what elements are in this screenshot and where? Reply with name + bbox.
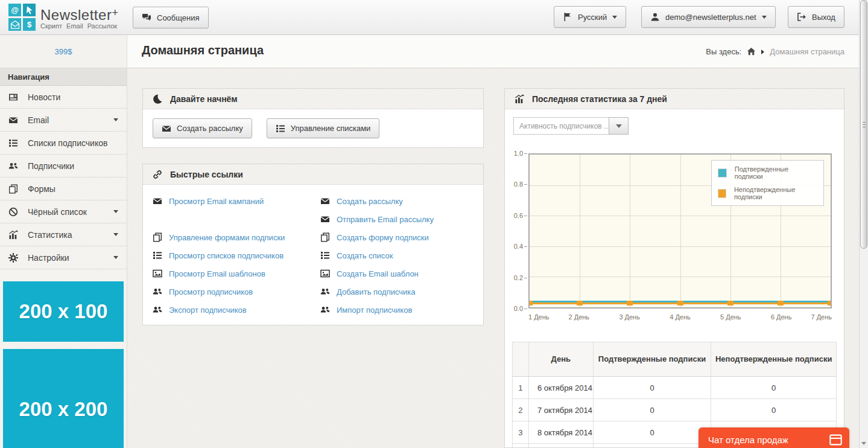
table-header-row: День Подтвержденные подписки Неподтвержд…	[513, 342, 837, 377]
scrollbar-thumb[interactable]	[860, 0, 867, 249]
line-chart-plot: Подтвержденные подписки Неподтвержденные…	[528, 153, 832, 309]
dollar-icon: $	[23, 18, 36, 31]
page-title: Домашняя страница	[142, 43, 264, 57]
link-add-subscriber[interactable]: Добавить подписчика	[320, 283, 477, 301]
link-view-subscribers[interactable]: Просмотр подписчиков	[153, 283, 317, 301]
link-view-email-templates[interactable]: Просмотр Email шаблонов	[153, 264, 317, 283]
ban-icon	[8, 207, 18, 217]
stats-header: Последняя статистика за 7 дней	[505, 89, 844, 109]
sidebar: Навигация Новости Email Списки подписчик…	[0, 68, 127, 448]
cell-unconfirmed: 0	[711, 377, 837, 399]
link-import-subscribers[interactable]: Импорт подписчиков	[320, 301, 477, 319]
copy-icon	[8, 184, 18, 194]
cell-date: 7 октября 2014	[528, 399, 593, 421]
account-dropdown[interactable]: demo@newsletterplus.net	[641, 6, 776, 28]
ad-banner-200x200[interactable]: 200 x 200	[3, 349, 124, 448]
title-band: 399$ Домашняя страница Вы здесь: Домашня…	[0, 35, 859, 68]
cell-confirmed: 0	[593, 421, 711, 444]
cursor-icon	[23, 4, 36, 16]
sidebar-item-news[interactable]: Новости	[0, 86, 127, 109]
col-header-index	[513, 342, 529, 377]
chart-legend: Подтвержденные подписки Неподтвержденные…	[711, 160, 824, 206]
cell-index	[513, 444, 529, 448]
top-header: @ $ Newsletter+ Скрипт Email Рассылок Со…	[0, 0, 859, 35]
link-label: Создать форму подписки	[337, 233, 429, 242]
sidebar-item-label: Формы	[28, 184, 55, 194]
stats-title: Последняя статистика за 7 дней	[532, 94, 667, 104]
logout-label: Выход	[812, 13, 835, 22]
data-point-marker	[627, 301, 633, 306]
envelope-icon	[320, 196, 330, 206]
table-row: 1 6 октября 2014 0 0	[513, 377, 837, 399]
account-email: demo@newsletterplus.net	[665, 13, 756, 22]
data-point-marker	[577, 301, 583, 306]
sidebar-item-email[interactable]: Email	[0, 109, 127, 132]
quick-links-title: Быстрые ссылки	[170, 170, 243, 179]
user-icon	[650, 12, 660, 22]
table-row: 2 7 октября 2014 0 0	[513, 399, 837, 421]
nav-header: Навигация	[0, 68, 127, 86]
sidebar-item-label: Статистика	[28, 230, 72, 240]
link-label: Создать рассылку	[337, 197, 403, 206]
app-window: @ $ Newsletter+ Скрипт Email Рассылок Со…	[0, 0, 868, 448]
flag-icon	[563, 12, 572, 22]
link-label: Импорт подписчиков	[337, 306, 412, 315]
link-create-email-template[interactable]: Создать Email шаблон	[320, 264, 477, 283]
envelope-open-icon	[8, 18, 21, 31]
envelope-icon	[8, 115, 18, 125]
sidebar-item-settings[interactable]: Настройки	[0, 246, 127, 269]
breadcrumb-current: Домашняя страница	[770, 47, 844, 56]
sidebar-item-subscribers[interactable]: Подписчики	[0, 155, 127, 178]
data-point-marker	[727, 301, 733, 306]
x-tick: 3 День	[619, 313, 640, 321]
sidebar-item-forms[interactable]: Формы	[0, 178, 127, 200]
stats-filter-dropdown[interactable]: Активность подписчиков ...	[513, 117, 629, 135]
app-logo: @ $ Newsletter+ Скрипт Email Рассылок	[8, 4, 118, 31]
balance[interactable]: 399$	[0, 35, 127, 68]
language-dropdown[interactable]: Русский	[554, 6, 626, 28]
bar-chart-icon	[515, 94, 524, 104]
col-header-unconfirmed: Неподтвержденные подписки	[711, 342, 837, 377]
link-create-campaign[interactable]: Создать рассылку	[320, 192, 477, 210]
y-tick: 0.0	[514, 305, 528, 312]
template-icon	[153, 269, 162, 278]
home-icon[interactable]	[747, 47, 756, 56]
sales-chat-widget[interactable]: Чат отдела продаж	[699, 427, 849, 448]
list-icon	[320, 251, 330, 260]
messages-button[interactable]: Сообщения	[133, 7, 209, 28]
ad-banner-200x100[interactable]: 200 x 100	[3, 281, 124, 342]
caret-down-icon	[113, 210, 118, 213]
vertical-scrollbar[interactable]	[859, 0, 868, 448]
cell-date: 8 октября 2014	[528, 421, 593, 444]
sidebar-item-subscriber-lists[interactable]: Списки подписчиков	[0, 132, 127, 155]
sidebar-item-label: Новости	[28, 92, 60, 102]
quick-links-panel: Быстрые ссылки Просмотр Email кампаний У…	[142, 164, 484, 325]
cell-confirmed	[593, 444, 711, 448]
link-manage-subscription-forms[interactable]: Управление формами подписки	[153, 228, 317, 246]
data-point-marker	[677, 301, 683, 306]
quick-links-header: Быстрые ссылки	[143, 164, 483, 185]
logout-button[interactable]: Выход	[788, 6, 844, 28]
y-tick: 1.0	[514, 150, 528, 157]
cell-index: 3	[513, 421, 529, 444]
link-create-subscription-form[interactable]: Создать форму подписки	[320, 228, 477, 246]
link-export-subscribers[interactable]: Экспорт подписчиков	[153, 301, 317, 319]
create-campaign-button[interactable]: Создать рассылку	[153, 118, 252, 138]
stats-filter-caret-button[interactable]	[609, 117, 629, 135]
create-campaign-label: Создать рассылку	[177, 124, 243, 133]
manage-lists-button[interactable]: Управление списками	[267, 118, 380, 138]
logo-tiles: @ $	[8, 4, 36, 31]
link-create-list[interactable]: Создать список	[320, 246, 477, 264]
list-icon	[8, 138, 18, 148]
scrollbar-down-arrow-icon[interactable]	[861, 442, 866, 445]
sidebar-item-blacklist[interactable]: Чёрный список	[0, 200, 127, 223]
link-view-subscriber-lists[interactable]: Просмотр списков подписчиков	[153, 246, 317, 264]
link-view-email-campaigns[interactable]: Просмотр Email кампаний	[153, 192, 317, 210]
x-tick: 5 День	[720, 313, 741, 321]
stats-panel: Последняя статистика за 7 дней Активност…	[504, 88, 844, 448]
sidebar-item-statistics[interactable]: Статистика	[0, 223, 127, 246]
link-send-email-campaign[interactable]: Отправить Email рассылку	[320, 210, 477, 228]
envelope-icon	[320, 214, 330, 224]
gear-icon	[8, 253, 18, 263]
cell-confirmed: 0	[593, 377, 711, 399]
